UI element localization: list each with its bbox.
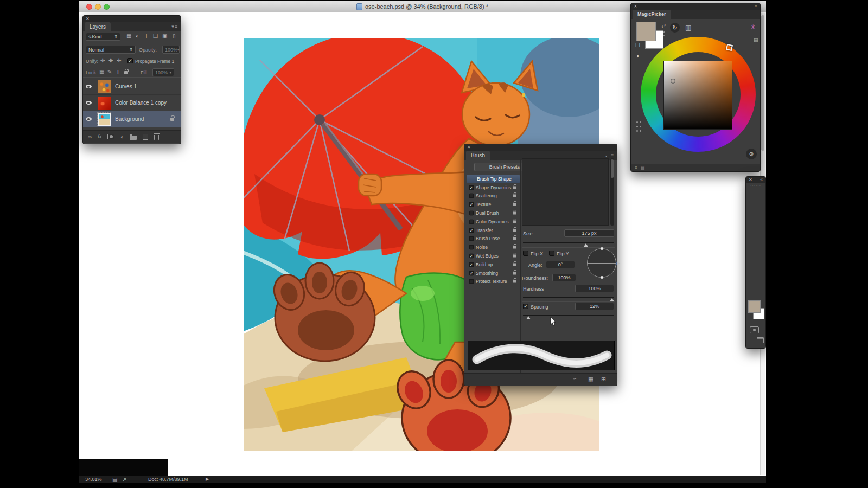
lock-icon[interactable]: [513, 203, 516, 206]
status-flyout-arrow[interactable]: ▶: [206, 477, 209, 481]
brush-section-transfer[interactable]: ✓Transfer: [467, 226, 520, 235]
spacing-field[interactable]: 12%: [575, 303, 614, 310]
tab-brush[interactable]: Brush: [466, 151, 490, 160]
magicpicker-titlebar[interactable]: ✕ «: [631, 3, 760, 10]
layer-thumbnail[interactable]: [98, 113, 111, 126]
new-group-icon[interactable]: [130, 136, 137, 140]
saturation-brightness-square[interactable]: [663, 61, 732, 130]
close-icon[interactable]: ✕: [467, 145, 471, 150]
quick-mask-icon[interactable]: [750, 326, 759, 333]
unify-visibility-icon[interactable]: ✤: [108, 57, 113, 63]
spacing-slider[interactable]: [523, 315, 614, 316]
live-tip-preview-icon[interactable]: ≈: [573, 376, 576, 382]
checkbox[interactable]: ✓: [469, 185, 474, 190]
lock-icon[interactable]: [513, 220, 516, 223]
color-columns-icon[interactable]: ▥: [685, 24, 691, 31]
gear-icon[interactable]: ⚙: [746, 149, 757, 159]
hardness-field[interactable]: 100%: [575, 285, 614, 292]
brightness-sun-icon[interactable]: ✳: [750, 23, 756, 31]
tab-magicpicker[interactable]: MagicPicker: [633, 10, 671, 19]
checkbox[interactable]: ✓: [469, 271, 474, 275]
size-slider[interactable]: [523, 242, 614, 243]
brush-section-wet-edges[interactable]: ✓Wet Edges: [467, 252, 520, 260]
collapse-icon[interactable]: «: [755, 3, 757, 9]
filter-pixel-icon[interactable]: ▦: [126, 33, 131, 39]
foreground-color-swatch[interactable]: [636, 22, 656, 41]
share-icon[interactable]: ↗: [122, 477, 126, 483]
layer-row[interactable]: Curves 1: [83, 79, 181, 95]
lock-icon[interactable]: [513, 229, 516, 232]
panel-icon[interactable]: ▤: [112, 477, 117, 483]
brush-grid-scrollbar[interactable]: [610, 158, 614, 226]
lock-icon[interactable]: [513, 237, 516, 240]
resize-icon[interactable]: ⇕: [634, 165, 638, 170]
tools-titlebar[interactable]: ✕ «: [746, 177, 765, 183]
layer-row[interactable]: Background: [83, 111, 181, 127]
layer-filter-kind[interactable]: ϙ Kind ⇕: [86, 33, 120, 41]
lock-icon[interactable]: [513, 280, 516, 283]
lock-icon[interactable]: [513, 272, 516, 274]
checkbox[interactable]: [469, 245, 474, 250]
propagate-checkbox[interactable]: ✓: [127, 58, 133, 63]
close-icon[interactable]: ✕: [634, 4, 637, 9]
brush-section-brush-tip-shape[interactable]: Brush Tip Shape: [467, 175, 520, 183]
roundness-field[interactable]: 100%: [552, 274, 576, 281]
spacing-slider-thumb[interactable]: [526, 316, 531, 319]
lock-all-icon[interactable]: [124, 71, 128, 74]
filter-adjustment-icon[interactable]: ◐: [136, 33, 139, 39]
brush-section-protect-texture[interactable]: Protect Texture: [467, 278, 520, 286]
close-icon[interactable]: ✕: [86, 16, 90, 21]
link-layers-icon[interactable]: ∞: [88, 134, 92, 140]
checkbox[interactable]: [469, 236, 474, 241]
maximize-button[interactable]: [104, 4, 110, 10]
checkbox[interactable]: ✓: [469, 254, 474, 259]
brush-panel-titlebar[interactable]: ✕: [464, 144, 617, 151]
angle-field[interactable]: 0°: [546, 261, 575, 268]
brush-angle-control[interactable]: ▶: [587, 248, 616, 278]
foreground-color-swatch[interactable]: [748, 300, 761, 313]
lock-icon[interactable]: [513, 186, 516, 189]
lock-icon[interactable]: [513, 255, 516, 258]
size-field[interactable]: 175 px: [564, 229, 614, 237]
open-preset-manager-icon[interactable]: ▦: [588, 376, 593, 383]
filter-type-icon[interactable]: T: [145, 33, 148, 39]
panel-menu-icon[interactable]: ▾≡: [171, 24, 178, 29]
lock-icon[interactable]: [513, 263, 516, 266]
checkbox[interactable]: ✓: [469, 202, 474, 207]
opacity-field[interactable]: 100%▾: [162, 46, 180, 54]
add-mask-icon[interactable]: [107, 134, 114, 139]
blend-mode-select[interactable]: Normal⇕: [86, 46, 136, 54]
minimize-button[interactable]: [95, 4, 101, 10]
spacing-checkbox[interactable]: ✓: [523, 304, 528, 309]
swap-colors-icon[interactable]: ⇄: [661, 23, 666, 29]
layer-thumbnail[interactable]: [98, 80, 111, 93]
layer-style-icon[interactable]: fx: [98, 134, 101, 139]
brush-section-smoothing[interactable]: ✓Smoothing: [467, 269, 520, 278]
lock-position-icon[interactable]: ✛: [116, 69, 120, 75]
lock-transparency-icon[interactable]: ▦: [99, 69, 104, 75]
layer-row[interactable]: Color Balance 1 copy: [83, 95, 181, 111]
filter-smartobject-icon[interactable]: ▣: [162, 33, 167, 39]
new-layer-icon[interactable]: [143, 134, 148, 140]
checkbox[interactable]: [469, 211, 474, 216]
close-button[interactable]: [86, 4, 92, 10]
brush-section-scattering[interactable]: Scattering: [467, 192, 520, 201]
delete-layer-icon[interactable]: [154, 135, 159, 140]
options-icon[interactable]: ▤: [641, 165, 645, 170]
lock-icon[interactable]: [513, 212, 516, 215]
panel-menu-icon[interactable]: ⌄ ≡: [604, 152, 614, 158]
lock-pixels-icon[interactable]: ✎: [107, 69, 112, 75]
hue-marker[interactable]: [726, 44, 733, 51]
new-brush-icon[interactable]: ⊞: [601, 376, 606, 383]
filter-shape-icon[interactable]: ❏: [153, 33, 158, 39]
hardness-slider[interactable]: [523, 297, 614, 298]
color-cursor[interactable]: [671, 79, 675, 84]
visibility-toggle[interactable]: [83, 111, 94, 127]
zoom-level[interactable]: 34.01%: [85, 477, 102, 482]
collapse-icon[interactable]: «: [760, 177, 763, 182]
adjustment-layer-icon[interactable]: ◐: [120, 134, 124, 140]
rotate-wheel-icon[interactable]: ↻: [670, 23, 680, 33]
layer-thumbnail[interactable]: [98, 97, 111, 110]
copy-color-icon[interactable]: ❐: [635, 42, 640, 48]
brush-section-brush-pose[interactable]: Brush Pose: [467, 235, 520, 243]
